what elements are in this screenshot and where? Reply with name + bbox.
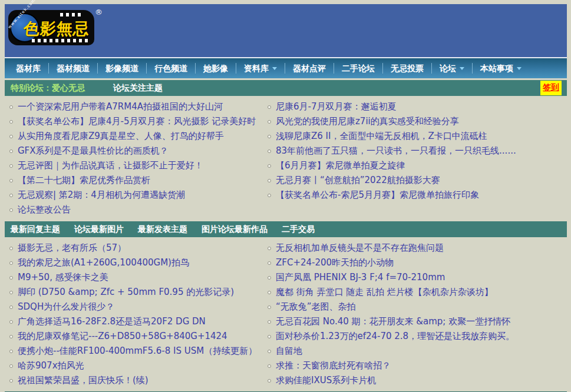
bullet-icon: [268, 335, 271, 338]
topic-link[interactable]: 广角选择适马16-28F2.8还是适马20F2 DG DN: [18, 314, 206, 329]
tab-secondhand-trade[interactable]: 二手交易: [282, 224, 315, 235]
topic-item: 祝祖国繁荣昌盛，国庆快乐！(续): [6, 373, 264, 388]
signin-button[interactable]: 签到: [540, 81, 562, 95]
nav-item-resources[interactable]: 资料库: [236, 63, 285, 74]
special-forum-bar: 特别论坛：爱心无忌 论坛关注主题 签到: [5, 80, 567, 96]
site-logo[interactable]: www.xitek.com 色影無忌 ®: [8, 8, 103, 48]
topic-link[interactable]: 尼康6月-7月双月赛：邂逅初夏: [276, 99, 397, 114]
topic-link[interactable]: 【6月月赛】索尼微单拍夏之旋律: [276, 158, 405, 173]
nav-item-gear-reviews[interactable]: 器材点评: [285, 63, 334, 74]
topic-link[interactable]: 祝祖国繁荣昌盛，国庆快乐！(续): [18, 373, 148, 388]
topic-item: 无忌百花园 No.40 期：花开朋友来 &amp; 欢聚一堂抒情怀: [264, 314, 567, 329]
topic-link[interactable]: 【获奖名单公布】尼康4月-5月双月赛：风光摄影 记录美好时: [18, 114, 256, 129]
topic-item: 无忌观察| 第2期：4月相机为何遭遇缺货潮: [6, 188, 264, 202]
nav-item-her-image[interactable]: 她影像: [196, 63, 236, 74]
latest-right-column: 无反相机加单反镜头是不是不存在跑焦问题 ZFC+24-200昨天拍的小动物 国产…: [264, 241, 567, 388]
bullet-icon: [268, 305, 271, 309]
topic-item: 【第二十七期】索尼优秀作品赏析: [6, 173, 264, 188]
topic-link[interactable]: 求购佳能IXUS系列卡片机: [276, 373, 376, 388]
page: www.xitek.com 色影無忌 ® 器材库 器材频道 影像频道 行色频道 …: [5, 4, 567, 392]
nav-item-site-affairs[interactable]: 本站事项: [473, 63, 529, 74]
topic-link[interactable]: 便携小炮--佳能RF100-400mmF5.6-8 IS USM（持续更新）: [18, 344, 257, 358]
topic-item: 国产凤凰 PHENIX BJ-3 F;4 f=70-210mm: [264, 270, 567, 285]
topic-item: “无敌兔”老图、杂拍: [264, 300, 567, 314]
topic-link[interactable]: ZFC+24-200昨天拍的小动物: [276, 255, 394, 270]
topic-item: 论坛整改公告: [6, 202, 264, 217]
bullet-icon: [268, 247, 271, 250]
topic-link[interactable]: 魔都 街角 弄堂口 随走 乱拍 烂片楼【杂机杂片杂谈坊】: [276, 285, 493, 300]
topic-link[interactable]: 脚印 (D750 &amp; Zfc + 50mm F0.95 的光影记录): [18, 285, 234, 300]
topic-link[interactable]: 摄影无忌，老有所乐（57）: [18, 241, 126, 255]
topic-link[interactable]: 求推：天窗彻底封死有啥招？: [276, 358, 391, 373]
topic-item: 【获奖名单公布-索尼5月月赛】索尼微单拍旅行印象: [264, 188, 567, 202]
topic-link[interactable]: 【第二十七期】索尼优秀作品赏析: [18, 173, 150, 188]
topic-item: 求购佳能IXUS系列卡片机: [264, 373, 567, 388]
topic-link[interactable]: 【获奖名单公布-索尼5月月赛】索尼微单拍旅行印象: [276, 188, 479, 202]
bullet-icon: [268, 135, 271, 138]
bullet-icon: [268, 379, 271, 383]
tab-latest-gallery-works[interactable]: 图片论坛最新作品: [202, 224, 268, 235]
topic-item: 便携小炮--佳能RF100-400mmF5.6-8 IS USM（持续更新）: [6, 344, 264, 358]
topic-link[interactable]: 自留地: [276, 344, 302, 358]
topic-link[interactable]: 无忌评图｜为作品说真话，让摄影不止于爱好！: [18, 158, 203, 173]
topic-link[interactable]: SDQH为什么发片很少？: [18, 300, 114, 314]
bullet-icon: [268, 105, 271, 109]
nav-item-polls[interactable]: 无忌投票: [383, 63, 432, 74]
tab-latest-posts[interactable]: 最新发表主题: [138, 224, 187, 235]
topic-item: 自留地: [264, 344, 567, 358]
topic-link[interactable]: M9+50, 感受徕卡之美: [18, 270, 108, 285]
topic-link[interactable]: 我的尼康双修笔记---Z6+D850+58G+840G+1424: [18, 329, 227, 344]
nav-item-gear-channel[interactable]: 器材频道: [49, 63, 98, 74]
latest-tabs-bar: 最新回复主题 论坛最新图片 最新发表主题 图片论坛最新作品 二手交易: [5, 221, 567, 237]
topic-link[interactable]: GFX系列是不是最具性价比的画质机？: [18, 144, 169, 158]
nav-item-image-channel[interactable]: 影像频道: [98, 63, 147, 74]
topic-item: 尼康6月-7月双月赛：邂逅初夏: [264, 99, 567, 114]
nav-item-label: 行色频道: [154, 63, 187, 74]
nav-item-label: 资料库: [244, 63, 269, 74]
focus-topics-link[interactable]: 论坛关注主题: [113, 83, 163, 94]
bullet-icon: [268, 350, 271, 353]
topic-link[interactable]: 从实用角度看尼康Z9真是星空、人像、打鸟的好帮手: [18, 129, 224, 144]
topic-link[interactable]: 面对秒杀价1.23万的ef24-70 2.8，理智还是让我放弃购买。: [276, 329, 514, 344]
nav-item-travel-channel[interactable]: 行色频道: [147, 63, 196, 74]
topic-link[interactable]: 无反相机加单反镜头是不是不存在跑焦问题: [276, 241, 444, 255]
tab-latest-forum-images[interactable]: 论坛最新图片: [74, 224, 124, 235]
topic-item: 83年前他画了五只猫，一只读书，一只看报，一只织毛线......: [264, 144, 567, 158]
topic-item: 摄影无忌，老有所乐（57）: [6, 241, 264, 255]
topic-link[interactable]: 浅聊尼康Z6 II，全面型中端无反相机，Z卡口中流砥柱: [276, 129, 487, 144]
topic-link[interactable]: 无忌观察| 第2期：4月相机为何遭遇缺货潮: [18, 188, 185, 202]
bullet-icon: [268, 194, 271, 197]
topic-link[interactable]: 无忌月赛丨“创意航拍”2022航拍摄影大赛: [276, 173, 440, 188]
nav-item-label: 器材点评: [293, 63, 326, 74]
nav-item-label: 无忌投票: [391, 63, 424, 74]
filmstrip-dots-icon: [32, 39, 91, 42]
logo-filmstrip-icon: www.xitek.com 色影無忌: [8, 10, 94, 45]
main-nav: 器材库 器材频道 影像频道 行色频道 她影像 资料库 器材点评 二手论坛 无忌投…: [5, 58, 567, 78]
tab-latest-replies[interactable]: 最新回复主题: [11, 224, 60, 235]
topic-link[interactable]: 我的索尼之旅(A1+260G,100400GM)拍鸟: [18, 255, 189, 270]
bullet-icon: [9, 291, 13, 294]
topic-link[interactable]: 无忌百花园 No.40 期：花开朋友来 &amp; 欢聚一堂抒情怀: [276, 314, 510, 329]
bullet-icon: [268, 150, 271, 153]
topic-item: 浅聊尼康Z6 II，全面型中端无反相机，Z卡口中流砥柱: [264, 129, 567, 144]
topic-link[interactable]: 一个资深索尼用户带着A7RM4A拍摄祖国的大好山河: [18, 99, 223, 114]
topic-item: GFX系列是不是最具性价比的画质机？: [6, 144, 264, 158]
topic-link[interactable]: 哈苏907x拍风光: [18, 358, 84, 373]
topic-link[interactable]: 论坛整改公告: [18, 202, 71, 217]
registered-mark: ®: [95, 8, 103, 16]
topic-link[interactable]: 国产凤凰 PHENIX BJ-3 F;4 f=70-210mm: [276, 270, 445, 285]
filmstrip-dots-icon: [60, 13, 84, 16]
topic-item: 哈苏907x拍风光: [6, 358, 264, 373]
nav-item-gear-library[interactable]: 器材库: [8, 63, 49, 74]
topic-link[interactable]: “无敌兔”老图、杂拍: [276, 300, 356, 314]
special-forum-link[interactable]: 特别论坛：爱心无忌: [11, 83, 85, 94]
nav-item-secondhand-forum[interactable]: 二手论坛: [334, 63, 383, 74]
nav-item-forum[interactable]: 论坛: [432, 63, 473, 74]
bullet-icon: [268, 179, 271, 182]
logo-brand-text: 色影無忌: [23, 18, 91, 39]
bullet-icon: [9, 261, 13, 265]
topic-link[interactable]: 83年前他画了五只猫，一只读书，一只看报，一只织毛线......: [276, 144, 516, 158]
bullet-icon: [268, 120, 271, 124]
topic-link[interactable]: 风光党的我使用尼康z7ii的真实感受和经验分享: [276, 114, 459, 129]
bullet-icon: [268, 320, 271, 324]
